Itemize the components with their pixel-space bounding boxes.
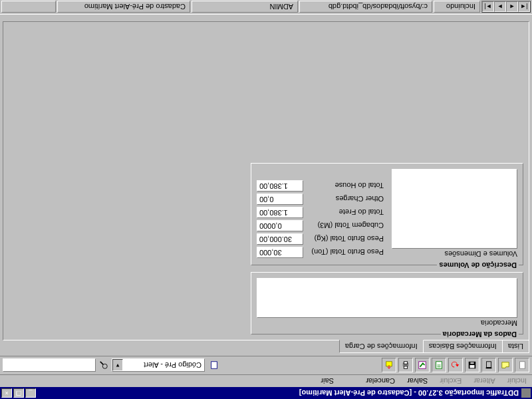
svg-point-15 (102, 364, 107, 369)
title-bar: DDTraffic Importação 3.27.00 - [Cadastro… (0, 387, 532, 399)
nav-next-icon[interactable]: ► (494, 2, 506, 13)
status-user: ADMIN (192, 1, 298, 13)
close-button[interactable]: × (1, 388, 12, 398)
menu-cancelar[interactable]: Cancelar (363, 376, 398, 386)
frete-label: Total do Frete (307, 209, 384, 217)
tool-new-icon[interactable] (515, 358, 529, 373)
mercadoria-label: Mercadoria (257, 319, 517, 327)
svg-rect-14 (211, 362, 217, 369)
maximize-button[interactable]: ❐ (13, 388, 24, 398)
app-icon (521, 388, 531, 398)
cubagem-label: Cubagem Total (M3) (307, 222, 384, 230)
tool-export-icon[interactable] (382, 358, 396, 373)
tool-report-icon[interactable] (432, 358, 446, 373)
window-title: DDTraffic Importação 3.27.00 - [Cadastro… (36, 389, 519, 397)
tool-check-icon[interactable] (415, 358, 430, 373)
svg-line-16 (100, 362, 103, 364)
svg-rect-5 (470, 362, 473, 364)
minimize-button[interactable]: _ (25, 388, 36, 398)
menu-incluir[interactable]: Incluir (505, 376, 529, 386)
record-nav: |◄ ◄ ► ►| (481, 1, 531, 13)
chevron-down-icon[interactable]: ▼ (112, 360, 123, 372)
toolbar: Código Pré - Alert ▼ (0, 356, 532, 374)
cubagem-value[interactable]: 0,0000 (257, 220, 303, 231)
svg-rect-12 (404, 362, 407, 364)
svg-rect-4 (470, 366, 475, 368)
peso-kg-value[interactable]: 30.000,00 (257, 233, 303, 245)
menu-alterar[interactable]: Alterar (471, 376, 497, 386)
tool-filter-icon[interactable] (207, 358, 221, 373)
combo-codigo[interactable]: Código Pré - Alert ▼ (112, 359, 205, 372)
peso-ton-label: Peso Bruto Total (Ton) (307, 249, 384, 257)
volumes-textarea[interactable] (392, 169, 517, 249)
tool-print-icon[interactable] (398, 358, 413, 373)
window-buttons: _ ❐ × (1, 388, 36, 398)
other-charges-value[interactable]: 0,00 (257, 194, 303, 205)
status-mode: Incluindo (434, 1, 480, 13)
svg-rect-1 (487, 362, 491, 368)
status-spacer (1, 1, 56, 13)
volumes-box: Volumes e Dimensões (392, 169, 517, 258)
combo-label: Código Pré - Alert (123, 362, 204, 370)
menu-salvar[interactable]: Salvar (404, 376, 430, 386)
status-path: c:/bysoft/ibdados/db_ibdtd.gdb (299, 1, 432, 13)
menu-sair[interactable]: Sair (318, 376, 336, 386)
tool-open-icon[interactable] (498, 358, 513, 373)
svg-rect-11 (404, 366, 407, 369)
tab-bar: Lista Informações Básicas Informações de… (0, 340, 532, 356)
nav-last-icon[interactable]: ►| (482, 2, 494, 13)
tool-delete-icon[interactable] (481, 358, 496, 373)
menu-bar: Incluir Alterar Excluir Salvar Cancelar … (0, 374, 532, 387)
tab-info-basicas[interactable]: Informações Básicas (423, 340, 503, 353)
house-label: Total do House (307, 182, 384, 190)
group-volumes-title: Descrição de Volumes (437, 261, 519, 269)
mercadoria-textarea[interactable] (257, 278, 517, 318)
tab-lista[interactable]: Lista (502, 340, 529, 353)
peso-ton-value[interactable]: 30,000 (257, 247, 303, 258)
volume-fields: Peso Bruto Total (Ton) 30,000 Peso Bruto… (257, 169, 384, 258)
svg-rect-2 (486, 368, 492, 369)
nav-prev-icon[interactable]: ◄ (506, 2, 518, 13)
peso-kg-label: Peso Bruto Total (Kg) (307, 235, 384, 243)
status-module: Cadastro de Pré-Alert Marítimo (57, 1, 190, 13)
tab-info-carga[interactable]: Informações de Carga (339, 340, 424, 353)
group-mercadoria-title: Dados da Mercadoria (441, 331, 519, 338)
group-volumes: Descrição de Volumes Volumes e Dimensões… (251, 163, 523, 265)
svg-rect-0 (520, 362, 525, 369)
volumes-label: Volumes e Dimensões (392, 250, 517, 258)
tool-undo-icon[interactable] (448, 358, 463, 373)
search-input[interactable] (3, 359, 96, 372)
menu-excluir[interactable]: Excluir (437, 376, 464, 386)
frete-value[interactable]: 1.380,00 (257, 207, 303, 218)
svg-rect-9 (419, 362, 426, 369)
tab-panel: Dados da Mercadoria Mercadoria Descrição… (3, 21, 529, 340)
group-mercadoria: Dados da Mercadoria Mercadoria (251, 272, 523, 334)
search-icon[interactable] (98, 360, 110, 372)
house-value[interactable]: 1.380,00 (257, 180, 303, 192)
tool-save-icon[interactable] (465, 358, 479, 373)
nav-first-icon[interactable]: |◄ (518, 2, 530, 13)
other-charges-label: Other Charges (307, 196, 384, 203)
status-bar: |◄ ◄ ► ►| Incluindo c:/bysoft/ibdados/db… (0, 0, 532, 15)
